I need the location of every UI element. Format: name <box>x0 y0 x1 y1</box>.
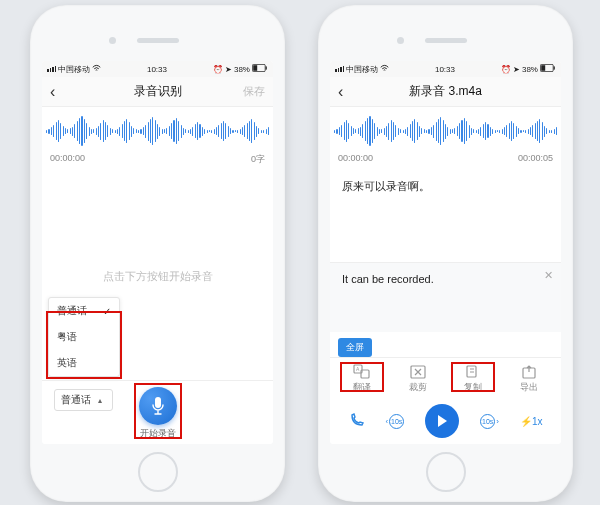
svg-rect-6 <box>554 66 555 69</box>
lang-option-label: 粤语 <box>57 330 77 344</box>
transcript-placeholder-area: 点击下方按钮开始录音 普通话 ✓ 粤语 英语 <box>42 172 273 380</box>
svg-rect-1 <box>253 65 257 71</box>
time-start: 00:00:00 <box>50 153 85 166</box>
clock: 10:33 <box>435 65 455 74</box>
svg-rect-5 <box>541 65 545 71</box>
wifi-icon <box>380 64 389 74</box>
call-icon[interactable] <box>349 412 365 430</box>
battery-icon <box>252 64 268 74</box>
seek-fwd-label: 10s <box>480 414 495 429</box>
action-label: 复制 <box>464 382 482 394</box>
home-button[interactable] <box>138 452 178 492</box>
translation-text: It can be recorded. <box>342 273 549 285</box>
playback-row: ‹10s 10s› ⚡1x <box>330 398 561 444</box>
svg-rect-3 <box>155 397 161 408</box>
translate-icon: A <box>353 364 371 380</box>
seek-back-button[interactable]: ‹10s <box>386 414 405 429</box>
fullscreen-label: 全屏 <box>346 342 364 352</box>
screen-right: 中国移动 10:33 ⏰ ➤ 38% ‹ 新录音 3.m4a 00:00:0 <box>330 61 561 444</box>
check-icon: ✓ <box>103 306 111 317</box>
action-export[interactable]: 导出 <box>507 364 551 394</box>
alarm-icon: ⏰ <box>213 65 223 74</box>
lang-option-mandarin[interactable]: 普通话 ✓ <box>49 298 119 324</box>
time-end: 00:00:05 <box>518 153 553 163</box>
language-popup: 普通话 ✓ 粤语 英语 <box>48 297 120 377</box>
fullscreen-button[interactable]: 全屏 <box>338 338 372 357</box>
word-count: 0字 <box>251 153 265 166</box>
play-button[interactable] <box>425 404 459 438</box>
waveform <box>42 107 273 151</box>
action-row: A 翻译 裁剪 复制 导出 <box>330 357 561 398</box>
battery-percent: 38% <box>234 65 250 74</box>
battery-percent: 38% <box>522 65 538 74</box>
svg-rect-2 <box>266 66 267 69</box>
language-selected: 普通话 <box>61 394 91 405</box>
wifi-icon <box>92 64 101 74</box>
seek-back-label: 10s <box>389 414 404 429</box>
speed-button[interactable]: ⚡1x <box>520 416 543 427</box>
home-button[interactable] <box>426 452 466 492</box>
status-bar: 中国移动 10:33 ⏰ ➤ 38% <box>42 61 273 77</box>
back-button[interactable]: ‹ <box>338 83 368 101</box>
phone-speaker <box>137 38 179 43</box>
lang-option-label: 英语 <box>57 356 77 370</box>
action-translate[interactable]: A 翻译 <box>340 364 384 394</box>
phone-camera <box>109 37 116 44</box>
bottom-bar: 普通话 开始录音 <box>42 380 273 444</box>
status-bar: 中国移动 10:33 ⏰ ➤ 38% <box>330 61 561 77</box>
language-selector[interactable]: 普通话 <box>54 389 113 411</box>
carrier-label: 中国移动 <box>346 64 378 75</box>
lang-option-cantonese[interactable]: 粤语 <box>49 324 119 350</box>
location-icon: ➤ <box>225 65 232 74</box>
page-title: 新录音 3.m4a <box>368 83 523 100</box>
page-title: 录音识别 <box>80 83 235 100</box>
alarm-icon: ⏰ <box>501 65 511 74</box>
lang-option-label: 普通话 <box>57 304 87 318</box>
signal-icon <box>335 66 344 72</box>
phone-mockup-right: 中国移动 10:33 ⏰ ➤ 38% ‹ 新录音 3.m4a 00:00:0 <box>318 5 573 502</box>
phone-camera <box>397 37 404 44</box>
signal-icon <box>47 66 56 72</box>
time-row: 00:00:00 0字 <box>42 151 273 172</box>
transcript-text[interactable]: 原来可以录音啊。 <box>330 169 561 239</box>
phone-speaker <box>425 38 467 43</box>
phone-mockup-left: 中国移动 10:33 ⏰ ➤ 38% ‹ 录音识别 保存 00:00:00 <box>30 5 285 502</box>
microphone-icon <box>150 396 166 416</box>
location-icon: ➤ <box>513 65 520 74</box>
trim-icon <box>409 364 427 380</box>
record-label: 开始录音 <box>140 427 176 440</box>
back-button[interactable]: ‹ <box>50 83 80 101</box>
copy-icon <box>464 364 482 380</box>
action-copy[interactable]: 复制 <box>451 364 495 394</box>
svg-text:A: A <box>356 366 360 372</box>
battery-icon <box>540 64 556 74</box>
time-start: 00:00:00 <box>338 153 373 163</box>
action-label: 导出 <box>520 382 538 394</box>
save-button[interactable]: 保存 <box>235 84 265 99</box>
seek-forward-button[interactable]: 10s› <box>480 414 499 429</box>
action-label: 裁剪 <box>409 382 427 394</box>
export-icon <box>520 364 538 380</box>
nav-bar: ‹ 录音识别 保存 <box>42 77 273 107</box>
action-label: 翻译 <box>353 382 371 394</box>
lang-option-english[interactable]: 英语 <box>49 350 119 376</box>
translation-panel: ✕ It can be recorded. <box>330 262 561 332</box>
carrier-label: 中国移动 <box>58 64 90 75</box>
screen-left: 中国移动 10:33 ⏰ ➤ 38% ‹ 录音识别 保存 00:00:00 <box>42 61 273 444</box>
speed-label: ⚡1x <box>520 416 543 427</box>
placeholder-text: 点击下方按钮开始录音 <box>103 269 213 284</box>
play-icon <box>436 414 448 428</box>
record-button[interactable] <box>139 387 177 425</box>
nav-bar: ‹ 新录音 3.m4a <box>330 77 561 107</box>
clock: 10:33 <box>147 65 167 74</box>
time-row: 00:00:00 00:00:05 <box>330 151 561 169</box>
waveform[interactable] <box>330 107 561 151</box>
close-icon[interactable]: ✕ <box>544 269 553 282</box>
action-trim[interactable]: 裁剪 <box>396 364 440 394</box>
